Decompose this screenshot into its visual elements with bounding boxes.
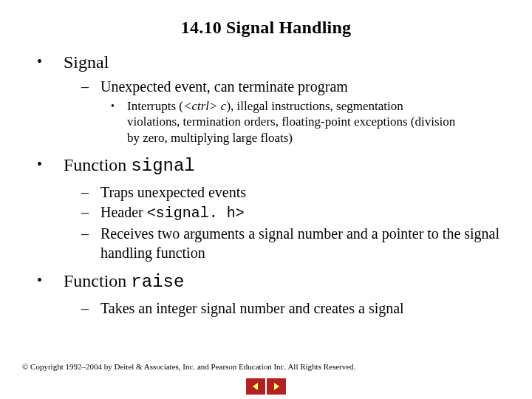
text-frag: Function [64, 155, 131, 174]
subbullet-receives: – Receives two arguments a signal number… [81, 225, 502, 262]
code-raise: raise [131, 272, 184, 292]
arrow-left-icon [250, 381, 261, 392]
svg-marker-1 [274, 383, 279, 390]
subbullet-text: Header <signal. h> [100, 203, 502, 223]
bullet-signal: • Signal [37, 51, 502, 73]
dash-icon: – [81, 299, 100, 318]
prev-button[interactable] [246, 378, 265, 395]
bullet-text: Signal [64, 51, 502, 73]
copyright-text: © Copyright 1992–2004 by Deitel & Associ… [22, 362, 355, 371]
subbullet-text: Receives two arguments a signal number a… [100, 225, 502, 262]
subsubbullet-text: Interrupts (<ctrl> c), illegal instructi… [127, 98, 458, 146]
bullet-dot-icon: • [37, 154, 64, 177]
dash-icon: – [81, 225, 100, 262]
subbullet-text: Traps unexpected events [100, 183, 502, 202]
next-button[interactable] [267, 378, 286, 395]
slide-body: • Signal – Unexpected event, can termina… [0, 51, 532, 318]
arrow-right-icon [271, 381, 282, 392]
subbullet-traps: – Traps unexpected events [81, 183, 502, 202]
slide-title: 14.10 Signal Handling [0, 0, 532, 51]
code-signal-h: <signal. h> [147, 205, 245, 222]
subbullet-raise-desc: – Takes an integer signal number and cre… [81, 299, 502, 318]
code-signal: signal [131, 156, 194, 176]
bullet-dot-icon: • [37, 270, 64, 293]
subsubbullet-interrupts: • Interrupts (<ctrl> c), illegal instruc… [111, 98, 458, 146]
dash-icon: – [81, 78, 100, 97]
dash-icon: – [81, 203, 100, 223]
bullet-function-signal: • Function signal [37, 154, 502, 177]
ctrl-italic: <ctrl> [183, 99, 218, 113]
bullet-text: Function signal [64, 154, 502, 177]
dash-icon: – [81, 183, 100, 202]
subbullet-text: Unexpected event, can terminate program [100, 78, 502, 97]
text-frag: Interrupts ( [127, 99, 183, 113]
svg-marker-0 [253, 383, 258, 390]
text-frag: Header [100, 204, 147, 220]
bullet-dot-icon: • [111, 98, 127, 146]
bullet-dot-icon: • [37, 51, 64, 73]
bullet-text: Function raise [64, 270, 502, 293]
bullet-function-raise: • Function raise [37, 270, 502, 293]
nav-controls [246, 378, 286, 395]
subbullet-signal-desc: – Unexpected event, can terminate progra… [81, 78, 502, 97]
text-frag: Function [64, 271, 131, 290]
c-italic: c [218, 99, 227, 113]
subbullet-header: – Header <signal. h> [81, 203, 502, 223]
subbullet-text: Takes an integer signal number and creat… [100, 299, 502, 318]
